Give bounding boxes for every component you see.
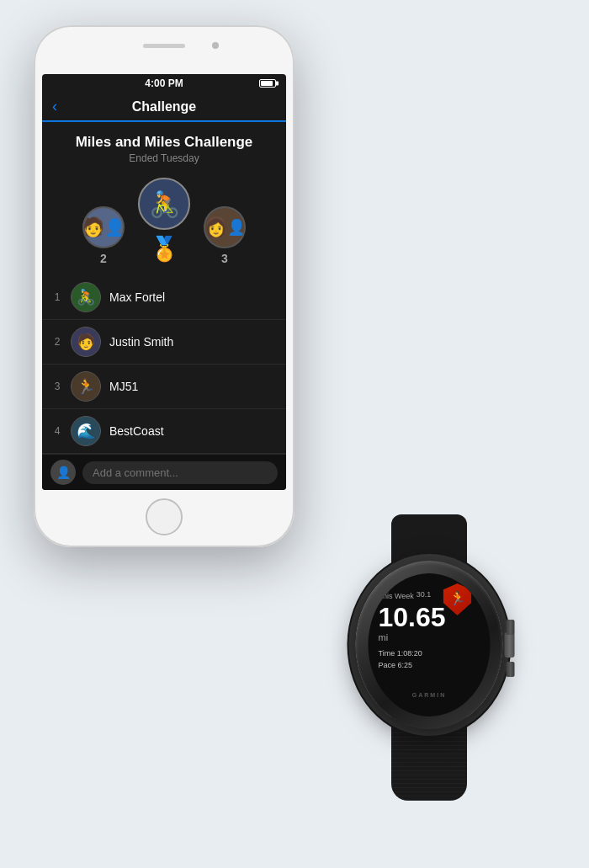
lb-name-4: BestCoast xyxy=(109,424,276,438)
lb-rank-3: 3 xyxy=(52,381,62,392)
rank-3rd: 3 xyxy=(221,252,228,265)
lb-avatar-2: 🧑 xyxy=(71,327,101,357)
podium-2nd: 🧑 2 xyxy=(82,206,125,265)
comment-input[interactable] xyxy=(82,461,278,484)
lb-rank-4: 4 xyxy=(52,425,62,437)
rank-1-num: 1 xyxy=(161,244,167,258)
battery-icon xyxy=(259,79,276,88)
lb-name-3: MJ51 xyxy=(109,380,276,393)
watch-time-value: 1:08:20 xyxy=(397,649,422,658)
watch-brand: GARMIN xyxy=(412,692,446,698)
watch-pace-value: 6:25 xyxy=(398,661,413,669)
watch-button-bottom[interactable] xyxy=(507,662,515,677)
nav-back-button[interactable]: ‹ xyxy=(52,98,69,115)
phone: 4:00 PM ‹ Challenge Miles and Miles Chal… xyxy=(34,25,294,547)
rank-2nd: 2 xyxy=(100,252,107,265)
watch-button-top[interactable] xyxy=(507,620,515,635)
watch-crown xyxy=(505,632,515,658)
watch-screen: 🏃 This Week 30.1 10.65 mi Time 1:08:20 P… xyxy=(369,573,491,716)
watch-body: 🏃 This Week 30.1 10.65 mi Time 1:08:20 P… xyxy=(356,561,503,729)
lb-item-3[interactable]: 3 🏃 MJ51 xyxy=(42,365,286,409)
watch-time-stat: Time 1:08:20 xyxy=(379,647,422,659)
watch-distance: 10.65 xyxy=(379,604,446,631)
lb-rank-1: 1 xyxy=(52,291,62,303)
challenge-content: Miles and Miles Challenge Ended Tuesday … xyxy=(42,122,286,265)
podium: 🧑 2 🚴 🏅 1 👩 3 xyxy=(52,178,276,265)
lb-item-4[interactable]: 4 🌊 BestCoast xyxy=(42,409,286,454)
podium-1st: 🚴 🏅 1 xyxy=(138,178,190,265)
phone-screen: 4:00 PM ‹ Challenge Miles and Miles Chal… xyxy=(42,74,286,490)
watch-pace-label: Pace xyxy=(379,661,396,669)
nav-title: Challenge xyxy=(69,99,259,114)
avatar-3rd: 👩 xyxy=(204,206,246,248)
nav-bar: ‹ Challenge xyxy=(42,93,286,121)
watch-stats: Time 1:08:20 Pace 6:25 xyxy=(379,647,422,672)
shield-shape: 🏃 xyxy=(443,583,472,615)
watch: 🏃 This Week 30.1 10.65 mi Time 1:08:20 P… xyxy=(320,514,539,801)
watch-pace-stat: Pace 6:25 xyxy=(379,659,422,671)
avatar-2nd: 🧑 xyxy=(82,206,125,248)
watch-this-week-label: This Week xyxy=(379,592,414,600)
podium-3rd: 👩 3 xyxy=(204,206,246,265)
phone-home-button[interactable] xyxy=(146,498,183,535)
comment-avatar: 👤 xyxy=(50,460,76,485)
comment-bar: 👤 xyxy=(42,454,286,490)
lb-name-2: Justin Smith xyxy=(109,335,276,349)
rank-1-badge: 🏅 1 xyxy=(148,233,180,265)
watch-this-week-value: 30.1 xyxy=(417,590,432,599)
watch-time-label: Time xyxy=(379,649,395,658)
runner-icon: 🏃 xyxy=(449,590,466,606)
scene: 4:00 PM ‹ Challenge Miles and Miles Chal… xyxy=(0,0,589,868)
watch-unit: mi xyxy=(379,632,389,642)
nav-divider xyxy=(42,121,286,122)
lb-avatar-4: 🌊 xyxy=(71,416,101,446)
status-right xyxy=(251,79,276,88)
watch-shield-icon: 🏃 xyxy=(443,583,472,615)
status-bar: 4:00 PM xyxy=(42,74,286,93)
lb-name-1: Max Fortel xyxy=(109,290,276,304)
avatar-1st: 🚴 xyxy=(138,178,190,230)
challenge-subtitle: Ended Tuesday xyxy=(52,152,276,164)
phone-speaker xyxy=(143,44,185,48)
lb-rank-2: 2 xyxy=(52,336,62,348)
lb-item-1[interactable]: 1 🚴 Max Fortel xyxy=(42,275,286,320)
watch-band-bottom xyxy=(391,716,467,801)
phone-camera xyxy=(212,42,219,49)
lb-item-2[interactable]: 2 🧑 Justin Smith xyxy=(42,320,286,365)
lb-avatar-1: 🚴 xyxy=(71,282,101,312)
status-time: 4:00 PM xyxy=(77,77,251,89)
lb-avatar-3: 🏃 xyxy=(71,371,101,402)
challenge-title: Miles and Miles Challenge xyxy=(52,134,276,151)
